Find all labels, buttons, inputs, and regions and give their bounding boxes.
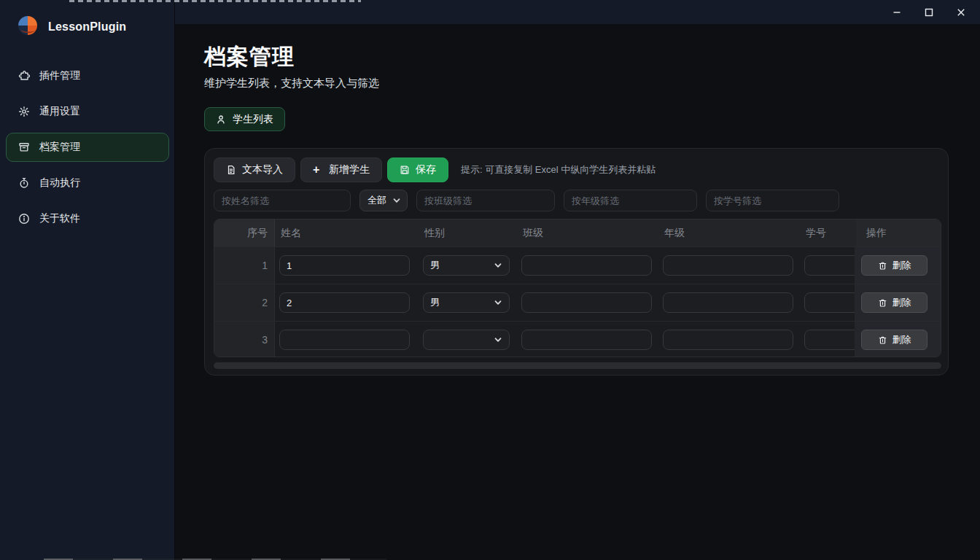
close-button[interactable] (945, 0, 977, 24)
text-import-button[interactable]: 文本导入 (214, 158, 295, 182)
grade-input[interactable] (663, 255, 793, 276)
main-content: 档案管理 维护学生列表，支持文本导入与筛选 学生列表 文本导入 (175, 24, 980, 560)
delete-button[interactable]: 删除 (861, 292, 928, 313)
grade-input[interactable] (663, 292, 793, 313)
sidebar-item-archive-management[interactable]: 档案管理 (6, 133, 169, 162)
filter-gender-select[interactable]: 全部 (359, 190, 408, 211)
page-title: 档案管理 (204, 42, 295, 72)
sidebar: LessonPlugin 插件管理 通用设置 (0, 0, 175, 560)
row-actions: 删除 (855, 247, 941, 284)
gear-icon (18, 106, 30, 117)
row-index: 3 (214, 322, 275, 357)
window-controls (881, 0, 977, 24)
chevron-down-icon (494, 261, 502, 270)
student-list-panel: 文本导入 + 新增学生 保存 提示: 可直接复制 Excel 中纵向学生列表并粘… (204, 148, 949, 376)
maximize-button[interactable] (913, 0, 945, 24)
sidebar-item-label: 自动执行 (39, 176, 80, 190)
sidebar-item-label: 关于软件 (39, 212, 80, 225)
filter-gender-value: 全部 (368, 194, 386, 207)
horizontal-scrollbar[interactable] (214, 362, 941, 369)
row-index: 2 (214, 284, 275, 321)
chevron-down-icon (494, 298, 502, 307)
page-subtitle: 维护学生列表，支持文本导入与筛选 (204, 77, 379, 90)
row-actions: 删除 (855, 322, 941, 357)
gender-select[interactable]: 男 (423, 292, 510, 313)
table-row: 3 (214, 321, 941, 357)
class-input[interactable] (521, 330, 652, 350)
header-grade: 年级 (658, 227, 800, 240)
archive-icon (18, 141, 30, 153)
gender-select[interactable] (423, 330, 510, 350)
header-name: 姓名 (275, 227, 419, 240)
table-header: 序号 姓名 性别 班级 年级 学号 操作 (214, 219, 941, 246)
plus-icon: + (313, 165, 323, 175)
delete-label: 删除 (892, 333, 911, 346)
class-input[interactable] (521, 292, 652, 313)
filter-name-input[interactable] (214, 190, 351, 211)
info-icon (18, 213, 30, 225)
app-name: LessonPlugin (48, 20, 126, 34)
filter-student-id-input[interactable] (706, 190, 839, 211)
paste-hint: 提示: 可直接复制 Excel 中纵向学生列表并粘贴 (461, 163, 656, 176)
table-row: 2 男 (214, 284, 941, 321)
name-input[interactable] (279, 255, 410, 276)
save-button[interactable]: 保存 (387, 158, 448, 182)
row-actions: 删除 (855, 284, 941, 321)
gender-select[interactable]: 男 (423, 255, 510, 276)
title-bar (175, 0, 980, 24)
sidebar-item-label: 插件管理 (39, 69, 80, 82)
delete-button[interactable]: 删除 (861, 255, 928, 276)
sidebar-item-auto-execute[interactable]: 自动执行 (6, 168, 169, 198)
grade-input[interactable] (663, 330, 793, 350)
delete-label: 删除 (892, 259, 911, 272)
sidebar-item-about[interactable]: 关于软件 (6, 204, 169, 233)
trash-icon (878, 298, 887, 308)
stopwatch-icon (18, 177, 30, 189)
header-index: 序号 (214, 219, 275, 246)
name-input[interactable] (279, 292, 410, 313)
add-student-button[interactable]: + 新增学生 (300, 158, 382, 182)
gender-value: 男 (430, 259, 440, 272)
trash-icon (878, 335, 887, 345)
student-table: 序号 姓名 性别 班级 年级 学号 操作 1 男 (214, 219, 941, 357)
sidebar-item-label: 通用设置 (39, 105, 80, 118)
chevron-down-icon (392, 196, 401, 205)
chevron-down-icon (494, 335, 502, 344)
clipped-window-title (69, 0, 361, 2)
delete-button[interactable]: 删除 (861, 330, 928, 350)
puzzle-icon (18, 70, 30, 82)
document-icon (226, 165, 236, 175)
header-actions: 操作 (856, 219, 941, 246)
name-input[interactable] (279, 330, 410, 350)
table-row: 1 男 (214, 246, 941, 284)
filter-grade-input[interactable] (564, 190, 697, 211)
app-header: LessonPlugin (0, 0, 175, 39)
text-import-label: 文本导入 (242, 163, 283, 176)
class-input[interactable] (521, 255, 652, 276)
tab-label: 学生列表 (233, 113, 273, 126)
minimize-button[interactable] (881, 0, 913, 24)
gender-value: 男 (430, 296, 440, 309)
save-icon (400, 165, 410, 175)
tab-student-list[interactable]: 学生列表 (204, 107, 285, 131)
save-label: 保存 (416, 163, 436, 176)
person-icon (216, 114, 226, 125)
sidebar-item-plugin-management[interactable]: 插件管理 (6, 61, 169, 90)
filter-class-input[interactable] (416, 190, 555, 211)
toolbar: 文本导入 + 新增学生 保存 提示: 可直接复制 Excel 中纵向学生列表并粘… (214, 158, 656, 182)
filter-row: 全部 (214, 190, 839, 211)
header-gender: 性别 (419, 227, 517, 240)
row-index: 1 (214, 247, 275, 284)
sidebar-item-label: 档案管理 (39, 141, 80, 154)
trash-icon (878, 261, 887, 271)
delete-label: 删除 (892, 296, 911, 309)
add-student-label: 新增学生 (329, 163, 370, 176)
header-student-id: 学号 (800, 227, 856, 240)
app-logo-icon (16, 15, 39, 39)
sidebar-item-general-settings[interactable]: 通用设置 (6, 97, 169, 126)
header-class: 班级 (517, 227, 658, 240)
sidebar-nav: 插件管理 通用设置 档案管理 (0, 61, 175, 240)
